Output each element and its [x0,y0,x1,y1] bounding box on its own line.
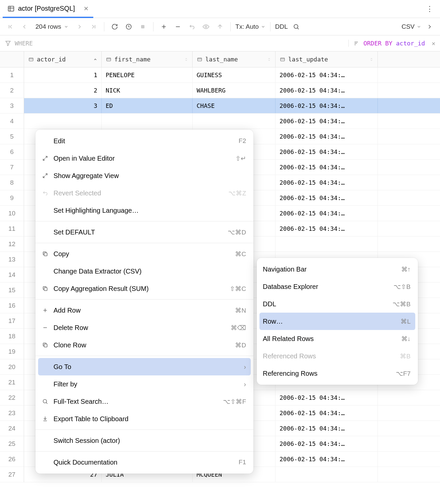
cell-last-update[interactable]: 2006-02-15 04:34:… [276,160,378,175]
table-row[interactable]: 2006-02-15 04:34:… [24,114,440,129]
cell-actor-id[interactable] [24,114,102,129]
refresh-button[interactable] [109,21,120,32]
last-page-button[interactable] [88,21,99,32]
search-button[interactable] [291,21,302,32]
menu-item-copy[interactable]: Copy ⌘C [35,245,253,263]
row-number[interactable]: 23 [0,405,24,421]
preview-button[interactable] [200,21,212,32]
row-number[interactable]: 10 [0,206,24,221]
menu-item-add-row[interactable]: Add Row ⌘N [35,302,253,319]
cell-last-update[interactable]: 2006-02-15 04:34:… [276,206,378,221]
overflow-chevron-icon[interactable] [424,21,435,32]
row-count-dropdown[interactable]: 204 rows [33,23,71,30]
cell-actor-id[interactable]: 3 [24,98,102,113]
submenu-item-db-explorer[interactable]: Database Explorer ⌥⇧B [257,278,418,295]
cancel-button[interactable] [137,21,148,32]
row-number[interactable]: 4 [0,114,24,129]
row-number[interactable]: 6 [0,144,24,160]
cell-actor-id[interactable]: 2 [24,83,102,98]
menu-item-edit[interactable]: Edit F2 [35,132,253,150]
row-number[interactable]: 18 [0,329,24,344]
row-number[interactable]: 21 [0,375,24,390]
menu-item-change-extractor[interactable]: Change Data Extractor (CSV) [35,263,253,280]
row-number[interactable]: 15 [0,283,24,298]
menu-item-switch-session[interactable]: Switch Session (actor) [35,432,253,449]
submenu-item-ddl[interactable]: DDL ⌥⌘B [257,295,418,313]
row-number[interactable]: 24 [0,421,24,436]
cell-last-name[interactable]: WAHLBERG [193,83,276,98]
row-number[interactable]: 5 [0,129,24,144]
tx-mode-dropdown[interactable]: Tx: Auto [235,23,265,30]
row-number[interactable]: 8 [0,175,24,190]
cell-last-update[interactable]: 2006-02-15 04:34:… [276,421,378,436]
cell-first-name[interactable] [102,114,193,129]
export-format-dropdown[interactable]: CSV [402,23,421,30]
row-number[interactable]: 1 [0,67,24,83]
row-number[interactable]: 12 [0,236,24,252]
cell-last-update[interactable]: 2006-02-15 04:34:… [276,390,378,405]
row-number[interactable]: 3 [0,98,24,114]
prev-page-button[interactable] [19,21,30,32]
cell-last-update[interactable]: 2006-02-15 04:34:… [276,405,378,421]
menu-item-clone-row[interactable]: Clone Row ⌘D [35,336,253,354]
table-row[interactable]: 1PENELOPEGUINESS2006-02-15 04:34:… [24,67,440,83]
clear-order-icon[interactable]: ✕ [432,40,435,47]
menu-item-set-default[interactable]: Set DEFAULT ⌥⌘D [35,223,253,241]
order-clause[interactable]: ORDER BY actor_id ✕ [348,40,440,47]
row-number[interactable]: 16 [0,298,24,313]
row-number[interactable]: 22 [0,390,24,405]
cell-last-name[interactable]: GUINESS [193,67,276,82]
cell-last-name[interactable] [193,114,276,129]
cell-last-update[interactable] [276,236,378,251]
menu-item-filter-by[interactable]: Filter by › [35,375,253,393]
cell-last-update[interactable]: 2006-02-15 04:34:… [276,190,378,205]
submenu-item-row[interactable]: Row… ⌘L [259,313,415,330]
add-row-button[interactable] [158,21,170,32]
row-number[interactable]: 25 [0,436,24,452]
menu-item-highlight-lang[interactable]: Set Highlighting Language… [35,202,253,219]
menu-item-fts[interactable]: Full-Text Search… ⌥⇧⌘F [35,393,253,410]
submit-button[interactable] [214,21,226,32]
row-number[interactable]: 11 [0,221,24,236]
row-number[interactable]: 7 [0,160,24,175]
revert-button[interactable] [186,21,198,32]
first-page-button[interactable] [5,21,16,32]
table-row[interactable]: 3EDCHASE2006-02-15 04:34:… [24,98,440,114]
auto-refresh-button[interactable] [123,21,134,32]
more-menu-icon[interactable]: ⋮ [422,5,437,13]
row-number[interactable]: 14 [0,267,24,283]
cell-first-name[interactable]: PENELOPE [102,67,193,82]
cell-last-update[interactable]: 2006-02-15 04:34:… [276,129,378,144]
cell-last-update[interactable]: 2006-02-15 04:34:… [276,114,378,129]
menu-item-quick-doc[interactable]: Quick Documentation F1 [35,454,253,471]
column-header-last-update[interactable]: last_update [276,51,378,67]
cell-last-update[interactable]: 2006-02-15 04:34:… [276,436,378,451]
column-header-actor-id[interactable]: actor_id [24,51,102,67]
submenu-item-all-related[interactable]: All Related Rows ⌘↓ [257,330,418,347]
tab-actor[interactable]: actor [PostgreSQL] ✕ [3,0,93,18]
cell-last-update[interactable]: 2006-02-15 04:34:… [276,221,378,236]
cell-actor-id[interactable]: 1 [24,67,102,82]
cell-last-update[interactable]: 2006-02-15 04:34:… [276,452,378,467]
row-number[interactable]: 17 [0,313,24,329]
cell-last-name[interactable]: CHASE [193,98,276,113]
menu-item-copy-agg[interactable]: Copy Aggregation Result (SUM) ⇧⌘C [35,280,253,297]
row-number[interactable]: 19 [0,344,24,359]
menu-item-aggregate-view[interactable]: Show Aggregate View [35,167,253,184]
row-number[interactable]: 13 [0,252,24,267]
cell-last-update[interactable]: 2006-02-15 04:34:… [276,67,378,82]
ddl-button[interactable]: DDL [275,23,288,30]
row-number[interactable]: 2 [0,83,24,98]
menu-item-value-editor[interactable]: Open in Value Editor ⇧↵ [35,150,253,167]
next-page-button[interactable] [74,21,85,32]
remove-row-button[interactable] [172,21,184,32]
where-clause-input[interactable]: WHERE [0,40,348,47]
submenu-item-nav-bar[interactable]: Navigation Bar ⌘↑ [257,261,418,278]
submenu-item-referencing[interactable]: Referencing Rows ⌥F7 [257,365,418,382]
row-number[interactable]: 26 [0,452,24,467]
column-header-first-name[interactable]: first_name [102,51,193,67]
cell-last-update[interactable] [276,467,378,482]
menu-item-export[interactable]: Export Table to Clipboard [35,410,253,428]
row-number[interactable]: 27 [0,467,24,482]
column-header-last-name[interactable]: last_name [193,51,276,67]
